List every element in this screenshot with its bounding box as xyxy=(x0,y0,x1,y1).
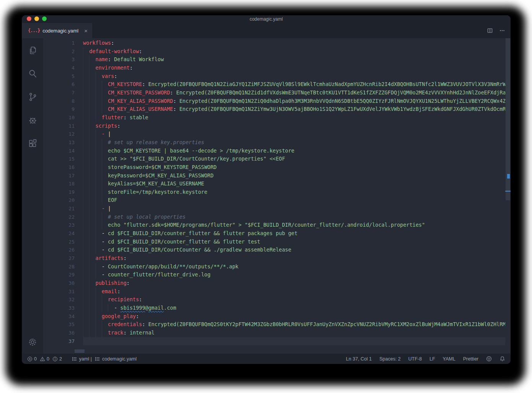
indent-guide xyxy=(89,55,89,64)
code-line[interactable]: 6 CM_KEYSTORE: Encrypted(Z0FBQUFBQmQ1N2Z… xyxy=(43,80,505,89)
code-line[interactable]: 34 google_play: xyxy=(43,312,505,321)
code-line[interactable]: 9 CM_KEY_ALIAS_USERNAME: Encrypted(Z0FBQ… xyxy=(43,105,505,114)
line-number: 37 xyxy=(43,337,83,346)
indent-guide xyxy=(96,114,96,122)
code-line[interactable]: 1workflows: xyxy=(43,39,505,47)
code-line[interactable]: 27 artifacts: xyxy=(43,254,505,263)
code-line[interactable]: 23 echo "flutter.sdk=$HOME/programs/flut… xyxy=(43,221,505,229)
error-icon xyxy=(27,356,33,362)
code-text: # set up release key.properties xyxy=(83,138,505,147)
code-line[interactable]: 4 environment: xyxy=(43,64,505,72)
line-number: 30 xyxy=(43,279,83,287)
activity-bar xyxy=(22,38,43,354)
overview-ruler-info-marker xyxy=(507,174,510,179)
line-number: 26 xyxy=(43,246,83,254)
code-line[interactable]: 10 flutter: stable xyxy=(43,114,505,122)
code-line[interactable]: 32 recipients: xyxy=(43,296,505,304)
selection-schema-item[interactable]: yaml | xyxy=(72,356,92,362)
code-text: - | xyxy=(83,130,505,138)
code-line[interactable]: 33 - sbis1999@gmail.com xyxy=(43,304,505,312)
code-line[interactable]: 15 cat >> "$FCI_BUILD_DIR/CourtCounter/k… xyxy=(43,155,505,163)
tab-label: codemagic.yaml xyxy=(42,28,80,34)
eol-setting[interactable]: LF xyxy=(430,356,435,362)
encoding-setting[interactable]: UTF-8 xyxy=(408,356,422,362)
indent-guide xyxy=(89,304,89,312)
language-mode[interactable]: YAML xyxy=(443,356,456,362)
code-line[interactable]: 24 - cd $FCI_BUILD_DIR/counter_flutter &… xyxy=(43,229,505,238)
code-line[interactable]: 25 - cd $FCI_BUILD_DIR/counter_flutter &… xyxy=(43,238,505,246)
indent-guide xyxy=(102,329,102,337)
settings-gear-icon[interactable] xyxy=(22,337,43,348)
indent-guide xyxy=(89,155,89,163)
cursor-position[interactable]: Ln 37, Col 1 xyxy=(346,356,372,362)
code-line[interactable]: 37 xyxy=(43,337,505,346)
list-icon xyxy=(72,356,77,362)
code-line[interactable]: 2 default-workflow: xyxy=(43,47,505,56)
code-text: default-workflow: xyxy=(83,47,505,56)
code-line[interactable]: 31 email: xyxy=(43,287,505,296)
code-line[interactable]: 12 - | xyxy=(43,130,505,138)
extensions-icon[interactable] xyxy=(28,138,38,149)
indent-guide xyxy=(96,312,96,321)
explorer-icon[interactable] xyxy=(28,45,38,55)
line-number: 17 xyxy=(43,172,83,180)
code-line[interactable]: 7 CM_KEYSTORE_PASSWORD: Encrypted(Z0FBQU… xyxy=(43,89,505,97)
code-text: environment: xyxy=(83,64,505,72)
indent-guide xyxy=(96,287,96,296)
code-line[interactable]: 19 storeFile=/tmp/keystore.keystore xyxy=(43,188,505,196)
title-bar[interactable]: codemagic.yaml xyxy=(22,15,511,23)
indent-guide xyxy=(83,196,83,205)
line-number: 19 xyxy=(43,188,83,196)
code-editor[interactable]: 1workflows:2 default-workflow:3 name: De… xyxy=(43,38,511,354)
vertical-scrollbar[interactable] xyxy=(505,38,511,354)
code-line[interactable]: 13 # set up release key.properties xyxy=(43,138,505,147)
more-actions-icon[interactable] xyxy=(499,28,505,34)
indent-guide xyxy=(102,97,102,106)
code-line[interactable]: 36 track: internal xyxy=(43,329,505,337)
code-text: keyPassword=$CM_KEY_ALIAS_PASSWORD xyxy=(83,172,505,180)
formatter-indicator[interactable]: Prettier xyxy=(463,356,478,362)
code-line[interactable]: 3 name: Default Workflow xyxy=(43,55,505,64)
error-count: 0 xyxy=(34,356,37,362)
code-text: name: Default Workflow xyxy=(83,55,505,64)
indent-guide xyxy=(89,138,89,147)
code-line[interactable]: 35 credentials: Encrypted(Z0FBQUFBQmQ2S0… xyxy=(43,320,505,329)
line-number: 25 xyxy=(43,238,83,246)
notifications-bell-icon[interactable] xyxy=(499,356,505,362)
indent-guide xyxy=(102,155,102,163)
info-icon xyxy=(52,356,58,362)
outline-item[interactable]: codemagic.yaml xyxy=(95,356,137,362)
code-line[interactable]: 8 CM_KEY_ALIAS_PASSWORD: Encrypted(Z0FBQ… xyxy=(43,97,505,106)
run-debug-icon[interactable] xyxy=(28,115,38,125)
tab-close-icon[interactable]: × xyxy=(83,28,89,34)
indent-guide xyxy=(89,196,89,205)
indent-guide xyxy=(89,213,89,221)
code-line[interactable]: 30 publishing: xyxy=(43,279,505,287)
code-line[interactable]: 21 - | xyxy=(43,205,505,213)
code-line[interactable]: 26 - cd $FCI_BUILD_DIR/CourtCounter && .… xyxy=(43,246,505,254)
problems-indicator[interactable]: 0 0 2 xyxy=(27,356,63,362)
code-line[interactable]: 17 keyPassword=$CM_KEY_ALIAS_PASSWORD xyxy=(43,172,505,180)
code-line[interactable]: 5 vars: xyxy=(43,72,505,81)
indentation-setting[interactable]: Spaces: 2 xyxy=(379,356,401,362)
indent-guide xyxy=(96,196,96,205)
line-number: 29 xyxy=(43,271,83,279)
code-line[interactable]: 16 storePassword=$CM_KEYSTORE_PASSWORD xyxy=(43,163,505,172)
split-editor-icon[interactable] xyxy=(487,28,493,34)
feedback-smiley-icon[interactable] xyxy=(486,356,492,362)
code-text: storeFile=/tmp/keystore.keystore xyxy=(83,188,505,196)
code-line[interactable]: 28 - CourtCounter/app/build/**/outputs/*… xyxy=(43,263,505,271)
horizontal-scrollbar-thumb[interactable] xyxy=(75,349,85,353)
code-line[interactable]: 11 scripts: xyxy=(43,122,505,130)
source-control-icon[interactable] xyxy=(28,92,38,102)
code-line[interactable]: 18 keyAlias=$CM_KEY_ALIAS_USERNAME xyxy=(43,180,505,188)
code-line[interactable]: 22 # set up local properties xyxy=(43,213,505,221)
code-line[interactable]: 20 EOF xyxy=(43,196,505,205)
tab-codemagic-yaml[interactable]: {...} codemagic.yaml × xyxy=(22,23,93,38)
code-line[interactable]: 29 - counter_flutter/flutter_drive.log xyxy=(43,271,505,279)
indent-guide xyxy=(83,105,83,114)
search-icon[interactable] xyxy=(28,68,38,79)
code-text: keyAlias=$CM_KEY_ALIAS_USERNAME xyxy=(83,180,505,188)
indent-guide xyxy=(96,97,96,106)
code-line[interactable]: 14 echo $CM_KEYSTORE | base64 --decode >… xyxy=(43,147,505,155)
